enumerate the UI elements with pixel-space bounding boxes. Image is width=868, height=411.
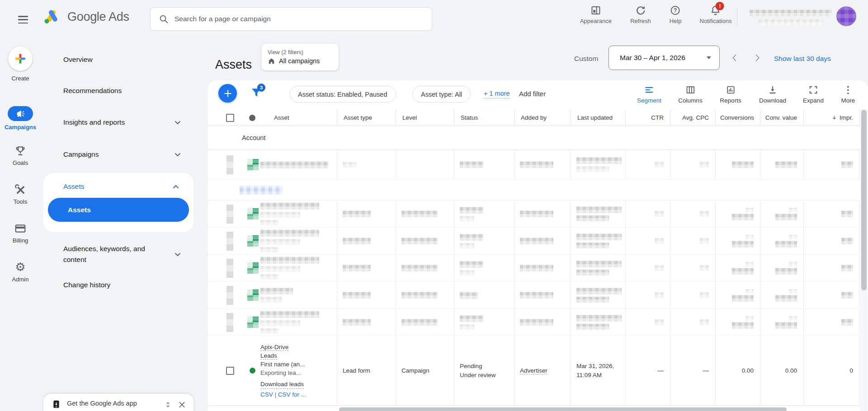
nav-assets-selected[interactable]: Assets xyxy=(48,198,189,222)
refresh-button[interactable]: Refresh xyxy=(630,5,651,24)
nav-campaigns[interactable]: Campaigns xyxy=(63,150,181,159)
table-row-redacted[interactable] xyxy=(208,255,860,282)
download-button[interactable]: Download xyxy=(759,85,786,104)
reports-button[interactable]: Reports xyxy=(720,85,741,104)
filter-funnel-button[interactable]: 3 xyxy=(250,87,262,98)
nav-audiences-label: Audiences, keywords, and content xyxy=(63,243,162,265)
search-input[interactable]: Search for a page or campaign xyxy=(150,7,432,31)
table-row-redacted[interactable] xyxy=(208,228,860,255)
column-header-impressions[interactable]: Impr. xyxy=(804,110,860,126)
columns-label: Columns xyxy=(678,97,702,104)
avatar[interactable] xyxy=(836,6,856,26)
appearance-button[interactable]: Appearance xyxy=(580,5,612,24)
filter-chip-asset-type[interactable]: Asset type: All xyxy=(412,86,471,103)
show-last-30-days-link[interactable]: Show last 30 days xyxy=(774,55,831,63)
cell-statustext-redacted xyxy=(454,228,514,254)
cell-updated-redacted xyxy=(571,201,626,227)
account-info-redacted[interactable] xyxy=(750,9,832,25)
nav-audiences-keywords-content[interactable]: Audiences, keywords, and content xyxy=(63,243,181,265)
column-header-level[interactable]: Level xyxy=(396,110,454,126)
left-rail: Create Campaigns xyxy=(0,33,41,411)
expand-button[interactable]: Expand xyxy=(803,85,824,104)
vertical-scrollbar-thumb[interactable] xyxy=(861,110,867,290)
menu-icon[interactable] xyxy=(18,16,28,26)
select-all-checkbox[interactable] xyxy=(226,114,234,122)
column-header-status[interactable]: Status xyxy=(454,110,514,126)
rail-item-tools[interactable]: Tools xyxy=(0,183,41,205)
segment-button[interactable]: Segment xyxy=(637,85,661,104)
rail-item-admin[interactable]: ⚙ Admin xyxy=(0,261,41,283)
column-header-avg-cpc[interactable]: Avg. CPC xyxy=(670,110,716,126)
more-button[interactable]: ⋮ More xyxy=(841,85,855,104)
asset-name-link[interactable]: Apix-Drive Leads xyxy=(260,344,288,360)
rail-item-campaigns[interactable]: Campaigns xyxy=(0,106,41,131)
cell-added-redacted xyxy=(514,228,571,254)
add-asset-button[interactable] xyxy=(218,84,237,103)
status-dot-header xyxy=(244,110,260,126)
cell-ctr-redacted xyxy=(626,228,670,254)
add-filter-button[interactable]: Add filter xyxy=(519,90,546,98)
section-row-campaign-redacted[interactable] xyxy=(208,180,860,201)
date-next-button[interactable] xyxy=(752,53,762,63)
nav-insights-and-reports[interactable]: Insights and reports xyxy=(63,118,181,126)
csv-links[interactable]: CSV | CSV for ... xyxy=(260,390,328,399)
notifications-button[interactable]: ! Notifications xyxy=(700,5,732,24)
chevron-down-icon xyxy=(175,121,181,125)
filter-chip-asset-status[interactable]: Asset status: Enabled, Paused xyxy=(289,86,396,103)
nav-overview[interactable]: Overview xyxy=(63,56,181,64)
column-header-conv-value[interactable]: Conv. value xyxy=(760,110,804,126)
column-header-asset-type[interactable]: Asset type xyxy=(337,110,396,126)
view-filter-button[interactable]: View (2 filters) All campaigns xyxy=(261,43,339,71)
close-icon[interactable] xyxy=(178,399,186,410)
date-prev-button[interactable] xyxy=(730,53,740,63)
table-row-redacted[interactable] xyxy=(208,150,860,180)
table-row-apix-drive-leads[interactable]: Apix-Drive Leads First name (an... Expor… xyxy=(208,336,860,406)
google-ads-logo[interactable]: Google Ads xyxy=(42,8,129,26)
column-header-conversions[interactable]: Conversions xyxy=(716,110,760,126)
nav-assets-group-label: Assets xyxy=(63,182,85,191)
row-checkbox[interactable] xyxy=(226,367,234,375)
help-button[interactable]: ? Help xyxy=(670,5,682,24)
cell-select-redacted xyxy=(208,282,244,308)
nav-recommendations[interactable]: Recommendations xyxy=(63,87,181,95)
rail-item-goals[interactable]: Goals xyxy=(0,145,41,166)
cell-select-redacted xyxy=(208,255,244,281)
vertical-scrollbar[interactable] xyxy=(860,110,868,411)
cell-added-by: Advertiser xyxy=(514,336,571,405)
column-header-ctr[interactable]: CTR xyxy=(626,110,670,126)
create-button[interactable]: Create xyxy=(0,47,41,82)
cell-cpc-redacted xyxy=(670,309,716,336)
cell-ctr-redacted xyxy=(626,282,670,308)
table-row-redacted[interactable] xyxy=(208,201,860,228)
app-promo-label: Get the Google Ads app xyxy=(67,399,158,407)
download-leads-link[interactable]: Download leads xyxy=(260,380,304,389)
column-header-asset[interactable]: Asset xyxy=(260,110,337,126)
date-range-picker[interactable]: Mar 30 – Apr 1, 2026 xyxy=(609,46,720,70)
cell-select[interactable] xyxy=(208,336,244,405)
column-header-added-by[interactable]: Added by xyxy=(514,110,571,126)
date-range-value: Mar 30 – Apr 1, 2026 xyxy=(620,54,685,62)
reports-icon xyxy=(725,85,736,95)
expand-collapse-icon[interactable] xyxy=(164,399,172,410)
columns-button[interactable]: Columns xyxy=(678,85,702,104)
rail-item-billing[interactable]: Billing xyxy=(0,222,41,244)
sort-descending-icon xyxy=(831,115,837,121)
nav-change-history[interactable]: Change history xyxy=(63,281,181,289)
nav-assets-group-toggle[interactable]: Assets xyxy=(43,173,193,191)
cell-convvalue-redacted xyxy=(760,282,804,308)
cell-impr-redacted xyxy=(804,309,860,336)
more-filters-link[interactable]: + 1 more xyxy=(484,90,510,98)
select-all-cell[interactable] xyxy=(208,110,244,126)
column-header-last-updated[interactable]: Last updated xyxy=(571,110,626,126)
table-row-redacted[interactable] xyxy=(208,282,860,309)
horizontal-scrollbar-thumb[interactable] xyxy=(339,407,787,411)
cell-select-redacted xyxy=(208,309,244,336)
nav-overview-label: Overview xyxy=(63,56,93,64)
campaign-link-redacted[interactable] xyxy=(240,186,283,194)
horizontal-scrollbar[interactable] xyxy=(208,406,860,411)
cell-convvalue-redacted xyxy=(760,150,804,179)
added-by-link[interactable]: Advertiser xyxy=(520,367,547,374)
table-row-redacted[interactable] xyxy=(208,309,860,336)
sub-navigation: Overview Recommendations Insights and re… xyxy=(41,33,199,411)
help-icon: ? xyxy=(670,5,681,16)
